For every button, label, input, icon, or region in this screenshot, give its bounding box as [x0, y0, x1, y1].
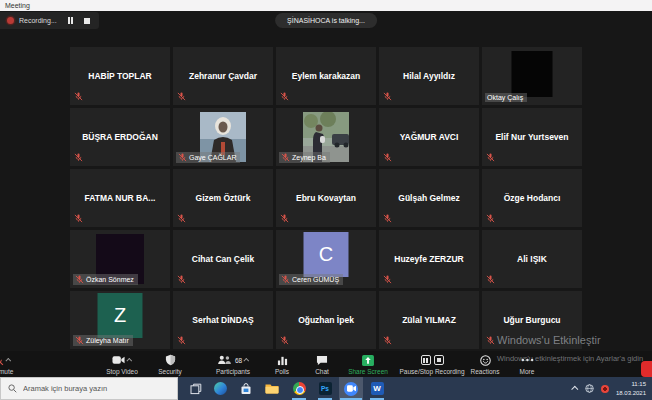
- taskbar-app-store[interactable]: [234, 377, 258, 400]
- participant-tile[interactable]: Zehranur Çavdar: [173, 47, 273, 105]
- file-explorer-icon: [265, 383, 279, 394]
- participant-name: Zehranur Çavdar: [173, 47, 273, 105]
- muted-mic-icon: [486, 336, 495, 345]
- participant-tile[interactable]: Ebru Kovaytan: [276, 169, 376, 227]
- muted-mic-icon: [383, 275, 392, 284]
- participants-button[interactable]: 68 Participants: [198, 354, 268, 375]
- participant-tile[interactable]: Özge Hodancı: [482, 169, 582, 227]
- participant-tile[interactable]: BÜŞRA ERDOĞAN: [70, 108, 170, 166]
- participant-tile[interactable]: FATMA NUR BA...: [70, 169, 170, 227]
- participant-tile[interactable]: Gizem Öztürk: [173, 169, 273, 227]
- window-title: Meeting: [5, 2, 30, 9]
- chrome-icon: [293, 382, 306, 395]
- taskbar-app-edge[interactable]: [208, 377, 232, 400]
- participants-icon: [217, 355, 232, 365]
- participant-label: Gaye ÇAĞLAR: [176, 152, 240, 163]
- taskbar-app-word[interactable]: W: [365, 377, 389, 400]
- participant-label: Zeynep Ba: [279, 152, 330, 163]
- muted-mic-icon: [383, 92, 392, 101]
- tray-recording-icon[interactable]: [601, 385, 609, 393]
- pause-icon[interactable]: [421, 355, 431, 365]
- participant-name: FATMA NUR BA...: [70, 169, 170, 227]
- pause-recording-icon[interactable]: [68, 17, 73, 24]
- taskbar-app-file-explorer[interactable]: [260, 377, 284, 400]
- camera-icon: [112, 355, 125, 365]
- participant-name: Özge Hodancı: [482, 169, 582, 227]
- participant-tile[interactable]: Serhat DİNDAŞ: [173, 291, 273, 349]
- search-input[interactable]: [23, 384, 173, 393]
- unmute-button[interactable]: Unmute: [0, 354, 36, 375]
- active-speaker-banner: ŞİNASİHOCA is talking...: [275, 13, 377, 28]
- participant-tile[interactable]: Ali IŞIK: [482, 230, 582, 288]
- windows-activation-watermark-line1: Windows'u Etkinleştir: [497, 334, 601, 346]
- taskbar-clock[interactable]: 11:15 18.03.2021: [616, 380, 646, 397]
- participant-tile[interactable]: HABİP TOPLAR: [70, 47, 170, 105]
- participant-tile[interactable]: Zeynep Ba: [276, 108, 376, 166]
- taskbar-search[interactable]: [0, 377, 178, 400]
- recording-indicator: Recording...: [0, 12, 99, 29]
- participant-tile[interactable]: Cihat Can Çelik: [173, 230, 273, 288]
- share-screen-button[interactable]: Share Screen: [336, 354, 400, 375]
- task-view-button[interactable]: [184, 377, 208, 400]
- participant-name: Serhat DİNDAŞ: [173, 291, 273, 349]
- security-button[interactable]: Security: [142, 354, 198, 375]
- windows-activation-watermark-line2: Windows'u etkinleştirmek için Ayarlar'a …: [497, 354, 643, 363]
- participant-tile[interactable]: Zülal YILMAZ: [379, 291, 479, 349]
- participant-tile[interactable]: YAĞMUR AVCI: [379, 108, 479, 166]
- participant-tile[interactable]: CCeren GÜMÜŞ: [276, 230, 376, 288]
- muted-mic-icon: [383, 336, 392, 345]
- participant-name: Elif Nur Yurtseven: [482, 108, 582, 166]
- muted-mic-icon: [75, 275, 84, 284]
- video-options-chevron-icon[interactable]: [126, 358, 132, 364]
- pause-stop-recording-label: Pause/Stop Recording: [399, 368, 464, 375]
- taskbar-app-zoom[interactable]: [339, 377, 363, 400]
- participant-tile[interactable]: Özkan Sönmez: [70, 230, 170, 288]
- tray-expand-chevron-icon[interactable]: [571, 386, 578, 393]
- participant-name: Zülal YILMAZ: [379, 291, 479, 349]
- stop-video-label: Stop Video: [106, 368, 138, 375]
- stop-icon[interactable]: [434, 355, 444, 365]
- taskbar-app-chrome[interactable]: [287, 377, 311, 400]
- participants-options-chevron-icon[interactable]: [244, 358, 250, 364]
- leave-button[interactable]: [641, 361, 652, 377]
- polls-label: Polls: [275, 368, 289, 375]
- muted-mic-icon: [486, 214, 495, 223]
- reactions-label: Reactions: [471, 368, 500, 375]
- participant-tile[interactable]: Elif Nur Yurtseven: [482, 108, 582, 166]
- participant-name: Ebru Kovaytan: [276, 169, 376, 227]
- participant-name: Gizem Öztürk: [173, 169, 273, 227]
- muted-mic-icon: [486, 153, 495, 162]
- window-titlebar[interactable]: Meeting: [0, 0, 652, 11]
- recording-label: Recording...: [19, 17, 57, 24]
- network-icon[interactable]: [585, 384, 594, 393]
- participant-video: [512, 51, 553, 97]
- taskbar-app-photoshop[interactable]: Ps: [313, 377, 337, 400]
- edge-icon: [214, 382, 227, 395]
- more-label: More: [520, 368, 535, 375]
- stop-recording-icon[interactable]: [84, 18, 90, 24]
- participant-tile[interactable]: Huzeyfe ZERZUR: [379, 230, 479, 288]
- participant-tile[interactable]: Gaye ÇAĞLAR: [173, 108, 273, 166]
- polls-button[interactable]: Polls: [264, 354, 300, 375]
- smiley-icon: [480, 355, 491, 366]
- participant-tile[interactable]: Oktay Çalış: [482, 47, 582, 105]
- unmute-label: Unmute: [0, 368, 13, 375]
- participant-name: Cihat Can Çelik: [173, 230, 273, 288]
- participant-label: Züleyha Matır: [73, 335, 133, 346]
- zoom-meeting-window: Meeting Recording... ŞİNASİHOCA is talki…: [0, 0, 652, 400]
- participant-tile[interactable]: Hilal Ayyıldız: [379, 47, 479, 105]
- participant-name: Eylem karakazan: [276, 47, 376, 105]
- clock-time: 11:15: [616, 380, 646, 389]
- participant-tile[interactable]: ZZüleyha Matır: [70, 291, 170, 349]
- participant-tile[interactable]: Gülşah Gelmez: [379, 169, 479, 227]
- chat-button[interactable]: Chat: [304, 354, 340, 375]
- participant-tile[interactable]: Eylem karakazan: [276, 47, 376, 105]
- muted-mic-icon: [486, 275, 495, 284]
- pause-stop-recording-button[interactable]: Pause/Stop Recording: [396, 354, 468, 375]
- participant-name: Huzeyfe ZERZUR: [379, 230, 479, 288]
- audio-options-chevron-icon[interactable]: [5, 358, 11, 364]
- participant-tile[interactable]: Oğuzhan İpek: [276, 291, 376, 349]
- shield-icon: [165, 354, 176, 366]
- muted-mic-icon: [74, 214, 83, 223]
- participant-name: Oğuzhan İpek: [276, 291, 376, 349]
